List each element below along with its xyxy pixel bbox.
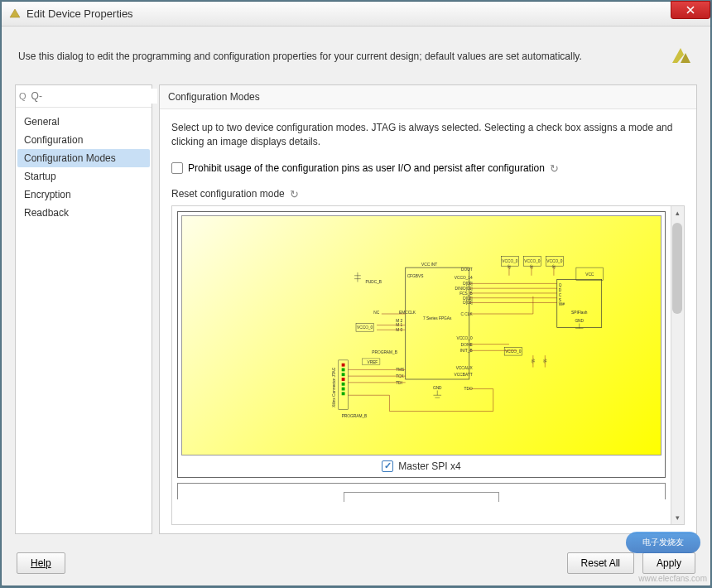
svg-rect-40 [342,382,345,385]
svg-text:PROGRAM_B: PROGRAM_B [342,414,368,418]
description-text: Select up to two device configuration mo… [171,121,685,149]
sidebar-item-configuration[interactable]: Configuration [17,131,150,149]
schematic-image[interactable]: 7 Series FPGAs SPIFlash GND VCC VCCO_0 [181,215,661,455]
svg-text:7 Series FPGAs: 7 Series FPGAs [423,316,452,320]
svg-text:NC: NC [373,311,379,315]
svg-text:VCCO_0: VCCO_0 [357,325,373,330]
button-row: Help Reset All Apply [2,542,710,586]
svg-text:VCCO_0: VCCO_0 [456,335,473,340]
svg-text:SPIFlash: SPIFlash [571,311,588,315]
svg-rect-41 [342,387,345,390]
dialog-window: Edit Device Properties Use this dialog t… [1,1,711,586]
svg-text:D[03]: D[03] [463,301,472,305]
svg-text:TCK: TCK [396,374,404,378]
scroll-up-arrow-icon[interactable]: ▴ [671,206,684,219]
svg-text:TDI: TDI [396,380,402,384]
window-title: Edit Device Properties [26,7,133,20]
refresh-icon[interactable]: ↻ [550,162,559,175]
svg-text:Q: Q [559,283,562,287]
svg-text:VCCO_0: VCCO_0 [546,259,563,263]
svg-text:DIN/D[01]: DIN/D[01] [455,287,473,291]
svg-text:C CLK: C CLK [461,312,474,316]
svg-text:D[00]: D[00] [463,282,472,286]
svg-text:VCCO_0: VCCO_0 [505,349,522,354]
subtitle-text: Use this dialog to edit the programming … [18,51,659,62]
svg-rect-42 [342,392,345,395]
svg-text:VREF: VREF [367,359,378,364]
prohibit-label: Prohibit usage of the configuration pins… [188,162,545,174]
svg-text:M 1: M 1 [396,323,402,327]
sidebar-item-readback[interactable]: Readback [17,204,150,222]
search-icon: Q [19,91,26,101]
svg-text:VCCO_0: VCCO_0 [502,259,518,263]
scroll-thumb[interactable] [672,223,682,314]
close-button[interactable] [671,1,710,19]
svg-text:TMS: TMS [396,368,404,372]
svg-text:GND: GND [575,318,584,322]
reset-label: Reset configuration mode [171,188,285,200]
modes-scroll-region: 7 Series FPGAs SPIFlash GND VCC VCCO_0 [171,205,685,525]
svg-text:D[02]: D[02] [463,296,472,300]
svg-text:DOUT: DOUT [461,267,473,272]
sidebar-item-general[interactable]: General [17,113,150,131]
svg-text:DONE: DONE [461,342,473,346]
main-area: Q ▼ General Configuration Configuration … [2,84,710,542]
svg-text:S: S [559,297,561,301]
svg-text:CFGBVS: CFGBVS [407,273,424,277]
content-header: Configuration Modes [160,85,696,109]
reset-icon[interactable]: ↻ [290,188,299,200]
svg-rect-39 [342,378,345,381]
app-icon [8,7,22,21]
svg-text:D: D [559,288,562,292]
sidebar-list: General Configuration Configuration Mode… [16,108,152,227]
svg-rect-36 [342,363,345,366]
svg-text:C: C [559,292,562,296]
mode-caption-row: Master SPI x4 [181,455,661,474]
reset-all-button[interactable]: Reset All [567,552,634,574]
svg-text:VCCAUX: VCCAUX [456,366,474,370]
svg-text:PUDC_B: PUDC_B [366,280,382,284]
svg-rect-0 [406,267,469,379]
help-button[interactable]: Help [17,552,65,574]
reset-row: Reset configuration mode ↻ [171,188,685,200]
svg-text:VCCO_0: VCCO_0 [524,259,541,263]
sidebar: Q ▼ General Configuration Configuration … [15,84,152,534]
content-body: Select up to two device configuration mo… [160,109,696,533]
svg-text:M 2: M 2 [396,318,402,322]
vertical-scrollbar[interactable]: ▴ ▾ [671,206,684,524]
svg-text:INIT_B: INIT_B [460,349,473,353]
svg-rect-38 [342,373,345,376]
subtitle-row: Use this dialog to edit the programming … [2,27,710,84]
svg-text:VCC INT: VCC INT [421,263,437,267]
svg-text:EMCCLK: EMCCLK [399,311,416,315]
prohibit-checkbox[interactable] [171,162,183,174]
scroll-down-arrow-icon[interactable]: ▾ [671,511,684,524]
svg-text:FCS_B: FCS_B [459,291,472,295]
sidebar-item-configuration-modes[interactable]: Configuration Modes [17,149,150,167]
svg-text:Xilinx Connector JTAG: Xilinx Connector JTAG [332,367,336,407]
titlebar: Edit Device Properties [2,2,710,27]
content-panel: Configuration Modes Select up to two dev… [159,84,697,534]
search-input[interactable] [30,89,157,104]
svg-text:PROGRAM_B: PROGRAM_B [372,350,397,354]
sidebar-item-startup[interactable]: Startup [17,167,150,186]
svg-text:W#: W# [559,302,565,306]
svg-rect-37 [342,368,345,371]
svg-text:M 0: M 0 [396,328,402,332]
sidebar-item-encryption[interactable]: Encryption [17,186,150,204]
svg-text:TDO: TDO [464,387,473,391]
mode-card-next-partial[interactable] [177,483,666,499]
prohibit-row: Prohibit usage of the configuration pins… [171,162,685,175]
svg-text:VCC: VCC [585,272,594,276]
svg-text:VCCO_14: VCCO_14 [455,275,473,279]
mode-card-master-spi[interactable]: 7 Series FPGAs SPIFlash GND VCC VCCO_0 [177,211,666,478]
search-row: Q ▼ [16,85,152,108]
svg-text:VCCBATT: VCCBATT [455,373,473,377]
mode-caption-label: Master SPI x4 [398,460,460,472]
mode-checkbox[interactable] [382,460,393,472]
svg-text:GND: GND [433,385,442,389]
apply-button[interactable]: Apply [642,552,695,574]
vendor-logo-icon [667,43,694,70]
